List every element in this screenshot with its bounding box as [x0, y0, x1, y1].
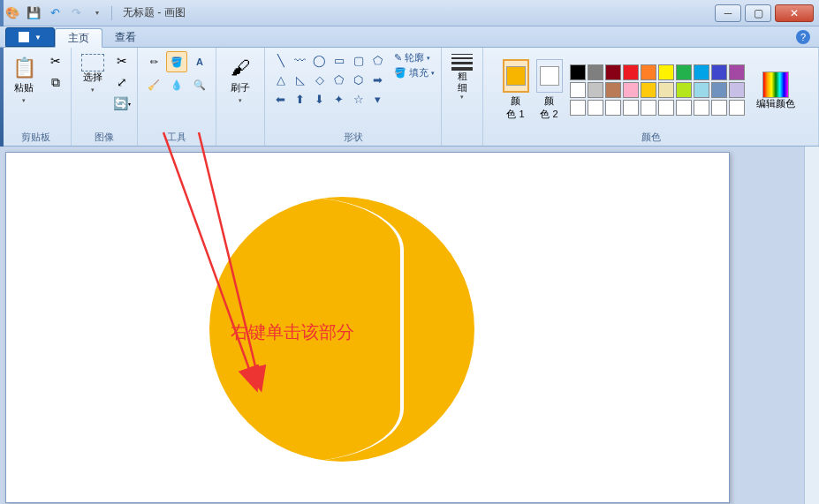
- select-rect-icon: [81, 54, 104, 71]
- palette-swatch[interactable]: [729, 82, 745, 98]
- outline-option[interactable]: ✎轮廓▾: [394, 51, 435, 64]
- shape-polygon[interactable]: ⬠: [369, 51, 387, 69]
- clipboard-icon: 📋: [10, 54, 38, 82]
- shape-hexagon[interactable]: ⬡: [350, 71, 368, 88]
- shape-roundrect[interactable]: ▢: [350, 51, 368, 69]
- group-tools: ✏ 🪣 A 🧹 💧 🔍 工具: [138, 48, 216, 146]
- rotate-button[interactable]: 🔄▾: [112, 94, 132, 113]
- palette-swatch[interactable]: [641, 82, 656, 98]
- vertical-scrollbar[interactable]: [804, 147, 819, 504]
- pencil-tool[interactable]: ✏: [143, 51, 164, 72]
- edit-colors-button[interactable]: 编辑颜色: [752, 69, 800, 112]
- palette-swatch[interactable]: [694, 64, 709, 80]
- eyedropper-icon: 💧: [171, 79, 183, 91]
- palette-swatch[interactable]: [641, 64, 656, 80]
- palette-swatch[interactable]: [694, 82, 709, 98]
- shape-star5[interactable]: ☆: [350, 90, 368, 108]
- copy-icon: ⧉: [51, 75, 60, 90]
- palette-swatch[interactable]: [570, 82, 586, 98]
- shape-oval[interactable]: ◯: [311, 51, 329, 69]
- palette-swatch[interactable]: [623, 64, 639, 80]
- chevron-down-icon: ▼: [34, 34, 42, 41]
- shape-right-triangle[interactable]: ◺: [292, 71, 309, 88]
- palette-swatch[interactable]: [658, 100, 674, 116]
- shape-line[interactable]: ╲: [272, 51, 290, 69]
- palette-swatch[interactable]: [676, 82, 692, 98]
- fill-tool[interactable]: 🪣: [166, 51, 187, 72]
- maximize-button[interactable]: ▢: [745, 4, 771, 22]
- cut-button[interactable]: ✂: [46, 51, 65, 71]
- shape-curve[interactable]: 〰: [292, 51, 309, 69]
- palette-swatch[interactable]: [641, 100, 656, 116]
- save-icon[interactable]: 💾: [25, 4, 42, 22]
- shape-star4[interactable]: ✦: [330, 90, 348, 108]
- minimize-button[interactable]: ─: [715, 4, 741, 22]
- palette-swatch[interactable]: [605, 82, 621, 98]
- shapes-gallery[interactable]: ╲ 〰 ◯ ▭ ▢ ⬠ △ ◺ ◇ ⬠ ⬡ ➡ ⬅ ⬆ ⬇ ✦ ☆ ▾: [272, 51, 387, 108]
- close-button[interactable]: ✕: [775, 4, 814, 22]
- palette-swatch[interactable]: [729, 64, 745, 80]
- resize-button[interactable]: ⤢: [112, 72, 132, 92]
- shape-rect[interactable]: ▭: [330, 51, 348, 69]
- tab-home[interactable]: 主页: [55, 28, 102, 48]
- palette-swatch[interactable]: [694, 100, 709, 116]
- group-clipboard: 📋 粘贴▾ ✂ ⧉ 剪贴板: [0, 48, 72, 146]
- palette-swatch[interactable]: [570, 100, 586, 116]
- palette-swatch[interactable]: [605, 100, 621, 116]
- shape-pentagon[interactable]: ⬠: [330, 71, 348, 88]
- brushes-button[interactable]: 🖌 刷子▾: [222, 51, 259, 109]
- paste-button[interactable]: 📋 粘贴▾: [5, 51, 42, 109]
- workspace: 右键单击该部分: [0, 147, 819, 504]
- zoom-tool[interactable]: 🔍: [189, 74, 210, 95]
- shape-diamond[interactable]: ◇: [311, 71, 329, 88]
- shape-triangle[interactable]: △: [272, 71, 290, 88]
- picker-tool[interactable]: 💧: [166, 74, 187, 95]
- eraser-tool[interactable]: 🧹: [143, 74, 164, 95]
- palette-swatch[interactable]: [588, 82, 603, 98]
- palette-swatch[interactable]: [676, 64, 692, 80]
- window-title: 无标题 - 画图: [123, 5, 186, 20]
- fill-option[interactable]: 🪣填充▾: [394, 66, 435, 79]
- copy-button[interactable]: ⧉: [46, 72, 65, 92]
- qat-more-icon[interactable]: ▾: [88, 4, 106, 22]
- palette-swatch[interactable]: [588, 64, 603, 80]
- palette-swatch[interactable]: [588, 100, 603, 116]
- shape-arrow-down[interactable]: ⬇: [311, 90, 329, 108]
- help-button[interactable]: ?: [796, 30, 810, 44]
- spectrum-icon: [762, 71, 789, 98]
- palette-swatch[interactable]: [658, 82, 674, 98]
- group-size: 粗 细 ▾: [442, 48, 483, 146]
- palette-swatch[interactable]: [570, 64, 586, 80]
- palette-swatch[interactable]: [623, 82, 639, 98]
- shape-arrow-left[interactable]: ⬅: [272, 90, 290, 108]
- crop-button[interactable]: ✂: [112, 51, 132, 71]
- palette-swatch[interactable]: [658, 64, 674, 80]
- app-icon: 🎨: [4, 4, 21, 22]
- color2-button[interactable]: [536, 59, 563, 93]
- file-menu-button[interactable]: ▼: [5, 27, 55, 47]
- palette-swatch[interactable]: [676, 100, 692, 116]
- select-button[interactable]: 选择▾: [77, 51, 109, 98]
- title-bar: 🎨 💾 ↶ ↷ ▾ 无标题 - 画图 ─ ▢ ✕: [0, 0, 819, 26]
- size-button[interactable]: 粗 细 ▾: [447, 51, 477, 103]
- color1-button[interactable]: [503, 59, 529, 93]
- shape-arrow-up[interactable]: ⬆: [292, 90, 309, 108]
- palette-swatch[interactable]: [623, 100, 639, 116]
- tab-view[interactable]: 查看: [102, 27, 148, 47]
- canvas[interactable]: 右键单击该部分: [5, 152, 730, 503]
- group-shapes: ╲ 〰 ◯ ▭ ▢ ⬠ △ ◺ ◇ ⬠ ⬡ ➡ ⬅ ⬆ ⬇ ✦ ☆ ▾ ✎轮廓▾: [265, 48, 442, 146]
- drawn-circle[interactable]: 右键单击该部分: [209, 197, 474, 462]
- undo-icon[interactable]: ↶: [46, 4, 64, 22]
- annotation-text: 右键单击该部分: [231, 320, 354, 344]
- palette-swatch[interactable]: [711, 100, 727, 116]
- text-tool[interactable]: A: [189, 51, 210, 72]
- palette-swatch[interactable]: [711, 64, 727, 80]
- palette-swatch[interactable]: [605, 64, 621, 80]
- shape-arrow-right[interactable]: ➡: [369, 71, 387, 88]
- redo-icon[interactable]: ↷: [67, 4, 85, 22]
- palette-swatch[interactable]: [711, 82, 727, 98]
- fill-icon: 🪣: [394, 67, 406, 79]
- resize-icon: ⤢: [117, 75, 127, 89]
- palette-swatch[interactable]: [729, 100, 745, 116]
- shapes-more[interactable]: ▾: [369, 90, 387, 108]
